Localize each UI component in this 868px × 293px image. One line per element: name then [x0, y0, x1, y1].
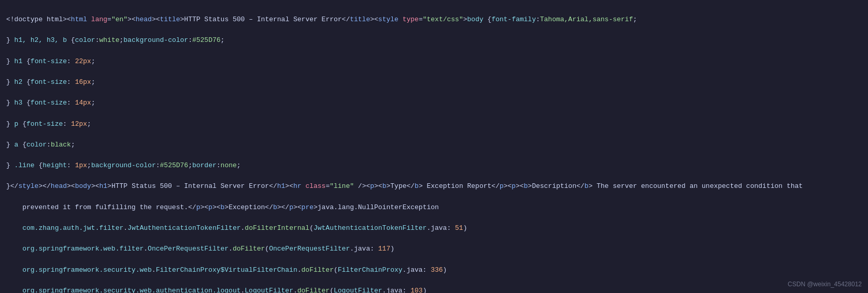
code-line-12: org.springframework.web.filter.OncePerRe…	[6, 244, 862, 254]
code-line-3: } h1 {font-size: 22px;	[6, 56, 862, 67]
code-line-10: prevented it from fulfilling the request…	[6, 202, 862, 213]
watermark-label: CSDN @weixin_45428012	[788, 281, 862, 288]
code-line-6: } p {font-size: 12px;	[6, 119, 862, 129]
code-line-9: }</style></head><body><h1>HTTP Status 50…	[6, 181, 862, 192]
code-line-2: } h1, h2, h3, b {color:white;background-…	[6, 35, 862, 46]
code-line-13: org.springframework.security.web.FilterC…	[6, 265, 862, 275]
code-line-8: } .line {height: 1px;background-color:#5…	[6, 160, 862, 171]
code-line-4: } h2 {font-size: 16px;	[6, 77, 862, 87]
code-block: <!doctype html><html lang="en"><head><ti…	[6, 4, 862, 293]
code-line-14: org.springframework.security.web.authent…	[6, 286, 862, 293]
code-line-5: } h3 {font-size: 14px;	[6, 98, 862, 108]
code-line-11: com.zhang.auth.jwt.filter.JwtAuthenticat…	[6, 223, 862, 233]
code-line-1: <!doctype html><html lang="en"><head><ti…	[6, 14, 862, 25]
code-line-7: } a {color:black;	[6, 140, 862, 150]
